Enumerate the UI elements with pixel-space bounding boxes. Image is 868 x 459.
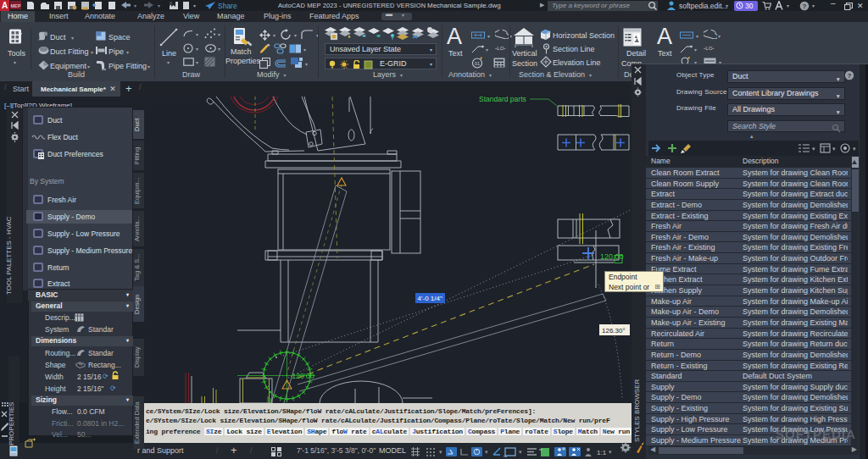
- svg-text:120'00: 120'00: [292, 372, 314, 380]
- svg-text:120.00: 120.00: [600, 252, 624, 261]
- svg-text:▾: ▾: [485, 449, 488, 455]
- svg-text:▾: ▾: [193, 3, 196, 8]
- svg-text:4'-0 1/4": 4'-0 1/4": [418, 295, 442, 302]
- svg-text:▾: ▾: [134, 3, 136, 8]
- svg-text:1:1: 1:1: [597, 449, 607, 456]
- svg-text:Standard parts: Standard parts: [479, 97, 526, 103]
- svg-text:▾: ▾: [812, 146, 815, 152]
- svg-text:▾: ▾: [439, 449, 442, 455]
- svg-text:▾: ▾: [158, 3, 160, 8]
- svg-text:A: A: [2, 1, 8, 10]
- svg-text:?: ?: [848, 72, 852, 80]
- svg-text:▾: ▾: [853, 146, 856, 152]
- svg-text:Share: Share: [218, 2, 237, 10]
- svg-text:▾: ▾: [609, 449, 612, 455]
- svg-text:01: 01: [475, 61, 480, 66]
- svg-text:▾: ▾: [832, 146, 836, 152]
- svg-text:?: ?: [803, 3, 807, 10]
- svg-text:MEP: MEP: [11, 3, 21, 8]
- svg-text:▾: ▾: [519, 449, 522, 455]
- svg-text:126.30°: 126.30°: [602, 327, 626, 335]
